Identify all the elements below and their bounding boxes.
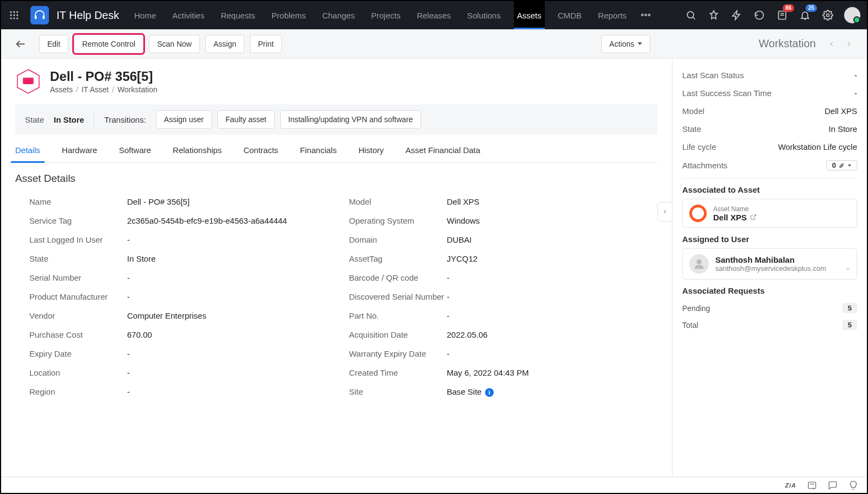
tab-details[interactable]: Details (15, 138, 40, 162)
associated-requests-section-title: Associated Requests (682, 286, 857, 295)
associated-asset-meta: Asset Name (713, 205, 757, 213)
settings-icon[interactable] (821, 9, 834, 22)
nav-solutions[interactable]: Solutions (464, 1, 504, 29)
detail-value: - (127, 349, 338, 358)
summary-value: In Store (828, 124, 857, 134)
bolt-icon[interactable] (730, 9, 743, 22)
print-button[interactable]: Print (250, 35, 282, 53)
svg-point-8 (16, 17, 18, 19)
nav-problems[interactable]: Problems (268, 1, 309, 29)
tab-hardware[interactable]: Hardware (62, 138, 97, 162)
transition-assign-user[interactable]: Assign user (156, 110, 212, 129)
history-icon[interactable] (753, 9, 766, 22)
tab-contracts[interactable]: Contracts (243, 138, 278, 162)
asset-details-panel: Dell - PO# 356[5] Assets/IT Asset/Workst… (1, 59, 672, 477)
nav-cmdb[interactable]: CMDB (555, 1, 585, 29)
asset-title: Dell - PO# 356[5] (50, 69, 158, 84)
summary-value: - (854, 71, 857, 80)
assigned-user-email: santhosh@myservicedeskplus.com (715, 264, 826, 273)
info-icon[interactable]: i (485, 388, 494, 397)
assign-button[interactable]: Assign (205, 35, 244, 53)
detail-label: Product Manufacturer (29, 292, 127, 301)
app-title: IT Help Desk (56, 9, 119, 22)
associated-asset-name: Dell XPS (713, 213, 757, 222)
nav-more-icon[interactable]: ••• (637, 10, 654, 21)
detail-value: - (127, 387, 338, 396)
detail-row: Warranty Expiry Date- (349, 344, 658, 363)
nav-projects[interactable]: Projects (368, 1, 404, 29)
actions-dropdown[interactable]: Actions (601, 35, 650, 53)
detail-label: Site (349, 387, 447, 397)
svg-point-11 (687, 11, 694, 18)
collapse-panel-button[interactable] (657, 202, 672, 221)
back-button[interactable] (13, 36, 28, 52)
svg-rect-10 (43, 15, 45, 19)
workstation-label: Workstation (759, 37, 816, 50)
sub-toolbar: EditRemote ControlScan NowAssignPrint Ac… (1, 29, 867, 59)
breadcrumb-segment[interactable]: Workstation (117, 85, 158, 94)
detail-label: Model (349, 197, 447, 206)
svg-point-1 (13, 11, 15, 13)
nav-home[interactable]: Home (131, 1, 159, 29)
tasks-tray-icon[interactable] (807, 480, 817, 490)
chat-icon[interactable] (828, 480, 838, 490)
detail-row: Product Manufacturer- (29, 287, 338, 306)
tasks-icon[interactable]: 86 (776, 9, 789, 22)
pin-icon[interactable] (707, 9, 720, 22)
summary-row: Last Scan Status- (682, 66, 857, 84)
search-icon[interactable] (684, 9, 697, 22)
detail-value: - (127, 273, 338, 282)
asset-summary-panel: Last Scan Status-Last Success Scan Time-… (672, 59, 867, 477)
bulb-icon[interactable] (848, 480, 858, 490)
transition-faulty-asset[interactable]: Faulty asset (217, 110, 274, 129)
associated-asset-card[interactable]: Asset Name Dell XPS (682, 199, 857, 228)
detail-value: - (447, 311, 658, 320)
remote-control-button[interactable]: Remote Control (74, 35, 143, 53)
bell-icon[interactable]: 25 (798, 9, 812, 22)
detail-value: Dell XPS (447, 197, 658, 206)
request-count-value[interactable]: 5 (842, 303, 857, 313)
detail-value: Dell - PO# 356[5] (127, 197, 338, 206)
tab-software[interactable]: Software (119, 138, 151, 162)
external-link-icon (750, 214, 757, 220)
tab-asset-financial-data[interactable]: Asset Financial Data (406, 138, 481, 162)
top-nav: IT Help Desk HomeActivitiesRequestsProbl… (1, 1, 867, 29)
request-count-row: Pending5 (682, 300, 857, 316)
detail-row: NameDell - PO# 356[5] (29, 192, 338, 211)
app-launcher-icon[interactable] (8, 9, 21, 22)
transition-installing-updating-vpn-and-software[interactable]: Installing/updating VPN and software (280, 110, 422, 129)
summary-value: Dell XPS (825, 106, 857, 116)
user-avatar[interactable] (844, 7, 860, 23)
summary-label: Last Success Scan Time (682, 88, 771, 98)
nav-requests[interactable]: Requests (217, 1, 258, 29)
svg-rect-23 (808, 482, 816, 489)
detail-label: Part No. (349, 311, 447, 320)
app-logo[interactable] (30, 6, 49, 24)
nav-reports[interactable]: Reports (595, 1, 630, 29)
next-asset-button[interactable] (843, 38, 855, 50)
edit-button[interactable]: Edit (39, 35, 68, 53)
scan-now-button[interactable]: Scan Now (149, 35, 200, 53)
zia-icon[interactable]: ZiA (785, 482, 796, 489)
nav-changes[interactable]: Changes (319, 1, 358, 29)
detail-label: State (29, 254, 127, 263)
nav-releases[interactable]: Releases (413, 1, 454, 29)
prev-asset-button[interactable] (826, 38, 838, 50)
svg-point-3 (10, 14, 12, 16)
nav-assets[interactable]: Assets (514, 1, 545, 29)
breadcrumb-segment[interactable]: Assets (50, 85, 73, 94)
tab-relationships[interactable]: Relationships (173, 138, 222, 162)
detail-row: Part No.- (349, 306, 658, 325)
tab-financials[interactable]: Financials (300, 138, 337, 162)
attachments-count[interactable]: 0 (826, 160, 857, 170)
request-count-value[interactable]: 5 (842, 320, 857, 330)
svg-point-6 (10, 17, 12, 19)
breadcrumb-segment[interactable]: IT Asset (81, 85, 109, 94)
chevron-down-icon[interactable] (845, 265, 851, 274)
transitions-label: Transitions: (104, 115, 146, 124)
nav-activities[interactable]: Activities (169, 1, 207, 29)
request-count-label: Total (682, 321, 699, 330)
tab-history[interactable]: History (358, 138, 384, 162)
detail-value: DUBAI (447, 235, 658, 244)
assigned-user-card[interactable]: Santhosh Mahibalan santhosh@myservicedes… (682, 248, 857, 280)
